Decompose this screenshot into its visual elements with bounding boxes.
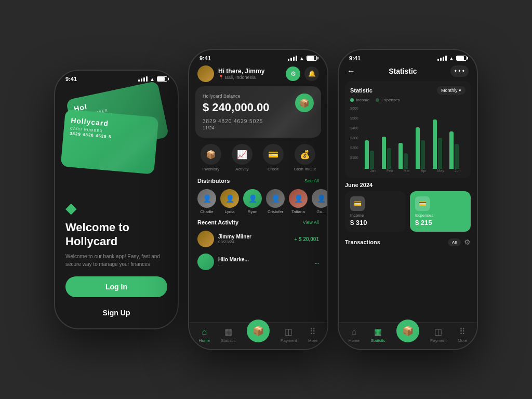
- nav3-payment[interactable]: ◫ Payment: [430, 327, 447, 343]
- activity-item-1[interactable]: Jimmy Milner 03/23/24 + $ 20,001: [189, 228, 327, 250]
- stat-header: ← Statistic • • •: [339, 61, 477, 81]
- location: 📍 Bali, Indonesia: [218, 75, 264, 80]
- distributor-avatar-charlie: 👤: [197, 189, 216, 208]
- nav-center-button[interactable]: 📦: [247, 320, 270, 342]
- distributor-avatar-ryan: 👤: [243, 189, 262, 208]
- nav3-home-label: Home: [349, 338, 360, 343]
- nav3-more-label: More: [458, 338, 467, 343]
- expense-card-icon: 💳: [415, 196, 430, 211]
- bar-feb-expense: [387, 148, 391, 169]
- distributor-lydia[interactable]: 👤 Lydia: [220, 189, 239, 214]
- status-bar-3: 9:41 ▲: [339, 50, 477, 61]
- x-axis: Jan Feb Mar Apr May Jun: [350, 169, 466, 172]
- filter-all-button[interactable]: All: [448, 238, 461, 246]
- action-activity[interactable]: 📈 Activity: [232, 144, 252, 171]
- activity-info-1: Jimmy Milner 03/23/24: [218, 234, 290, 244]
- back-button[interactable]: ←: [347, 66, 355, 76]
- action-credit[interactable]: 💳 Credit: [263, 144, 284, 171]
- distributor-avatar-lydia: 👤: [220, 189, 239, 208]
- nav3-more[interactable]: ⠿ More: [458, 327, 467, 343]
- notification-button[interactable]: 🔔: [304, 66, 319, 81]
- wifi-icon-2: ▲: [299, 56, 304, 61]
- stat-title: Statistic: [389, 67, 417, 75]
- cash-icon: 💰: [295, 144, 315, 165]
- bar-group-may: [433, 119, 449, 169]
- transactions-title: Transactions: [345, 239, 380, 245]
- statistic-icon-3: ▦: [374, 327, 382, 337]
- activity-name-2: Hilo Marke...: [218, 257, 311, 262]
- expense-card: 💳 Expenses $ 215: [410, 191, 471, 232]
- login-button[interactable]: Log In: [65, 276, 167, 297]
- quick-actions: 📦 Inventory 📈 Activity 💳 Credit 💰 Cash I…: [189, 142, 327, 176]
- nav-more-label: More: [308, 338, 317, 343]
- bar-group-jan: [365, 140, 381, 169]
- time-3: 9:41: [349, 55, 361, 61]
- action-inventory[interactable]: 📦 Inventory: [201, 144, 221, 171]
- diamond-icon: ◆: [65, 200, 77, 217]
- signal-icon-3: [437, 56, 447, 61]
- more-button[interactable]: • • •: [450, 65, 469, 77]
- distributor-name-cristofer: Cristofer: [268, 209, 283, 214]
- activity-info-2: Hilo Marke... ...: [218, 257, 311, 267]
- signal-icon-2: [288, 56, 297, 61]
- activity-avatar-2: [197, 254, 214, 270]
- expense-card-amount: $ 215: [415, 219, 466, 227]
- bar-feb-income: [382, 137, 386, 169]
- activity-item-2[interactable]: Hilo Marke... ... ...: [189, 250, 327, 273]
- center-icon: 📦: [252, 325, 264, 337]
- credit-icon: 💳: [263, 144, 284, 165]
- activity-icon: 📈: [232, 144, 252, 165]
- nav-statistic[interactable]: ▦ Statistic: [221, 327, 235, 343]
- nav3-home[interactable]: ⌂ Home: [349, 327, 360, 343]
- chart-title: Statistic: [350, 87, 373, 94]
- bar-group-mar: [398, 143, 415, 169]
- welcome-subtitle: Welcome to our bank app! Easy, fast and …: [65, 252, 167, 268]
- nav-payment[interactable]: ◫ Payment: [281, 327, 297, 343]
- filter-settings-icon[interactable]: ⚙: [464, 238, 471, 246]
- home-icon-3: ⌂: [352, 327, 357, 337]
- see-all-button[interactable]: See All: [304, 178, 319, 183]
- distributor-name-tatiana: Tatiana: [291, 209, 305, 214]
- activity-name-1: Jimmy Milner: [218, 234, 290, 240]
- income-card-label: Income: [350, 213, 401, 218]
- user-info: Hi there, Jimmy 📍 Bali, Indonesia: [197, 65, 264, 82]
- greeting: Hi there, Jimmy: [218, 68, 264, 75]
- signup-button[interactable]: Sign Up: [65, 302, 167, 323]
- wifi-icon-3: ▲: [449, 56, 454, 61]
- activity-date-2: ...: [218, 262, 311, 267]
- distributor-name-charlie: Charlie: [200, 209, 213, 214]
- filter-dropdown[interactable]: Monthly ▾: [437, 86, 466, 95]
- battery-icon-2: [307, 56, 317, 61]
- action-cash[interactable]: 💰 Cash In/Out: [294, 144, 316, 171]
- center-icon-3: 📦: [402, 325, 414, 337]
- balance-card: Hollycard Balance $ 240,000.00 3829 4820…: [195, 86, 321, 138]
- distributors-row: 👤 Charlie 👤 Lydia 👤 Ryan 👤 Cristofer 👤: [189, 186, 327, 217]
- distributor-charlie[interactable]: 👤 Charlie: [197, 189, 216, 214]
- header-icons: ⚙ 🔔: [286, 66, 319, 81]
- nav-payment-label: Payment: [281, 338, 297, 343]
- status-icons-3: ▲: [437, 56, 467, 61]
- distributor-tatiana[interactable]: 👤 Tatiana: [289, 189, 308, 214]
- nav3-statistic[interactable]: ▦ Statistic: [370, 327, 385, 343]
- distributor-name-gu: Gu...: [316, 209, 325, 214]
- expense-card-label: Expenses: [415, 213, 466, 218]
- bar-mar-income: [398, 143, 403, 169]
- distributor-gu[interactable]: 👤 Gu...: [312, 189, 327, 214]
- activity-label: Activity: [235, 167, 248, 171]
- activity-avatar-1: [197, 231, 214, 247]
- nav-more[interactable]: ⠿ More: [308, 327, 317, 343]
- distributor-ryan[interactable]: 👤 Ryan: [243, 189, 262, 214]
- nav-home[interactable]: ⌂ Home: [199, 327, 210, 343]
- view-all-button[interactable]: View All: [303, 220, 319, 225]
- distributor-cristofer[interactable]: 👤 Cristofer: [266, 189, 285, 214]
- chart-header: Statistic Monthly ▾: [350, 86, 466, 95]
- nav-home-label: Home: [199, 338, 210, 343]
- payment-icon: ◫: [285, 327, 292, 337]
- bar-jan-expense: [370, 151, 374, 169]
- bar-apr-income: [416, 127, 420, 169]
- settings-button[interactable]: ⚙: [286, 66, 300, 81]
- activity-amount-1: + $ 20,001: [294, 236, 319, 242]
- credit-label: Credit: [268, 167, 278, 171]
- nav3-center-button[interactable]: 📦: [396, 320, 419, 342]
- payment-icon-3: ◫: [434, 327, 442, 337]
